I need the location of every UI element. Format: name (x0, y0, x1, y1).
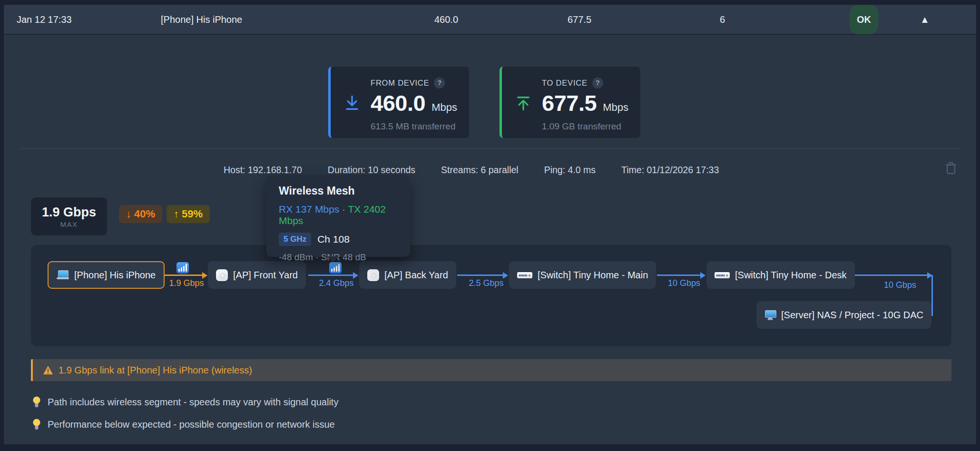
from-device-transferred: 613.5 MB transferred (371, 121, 457, 132)
path-node-switch-main[interactable]: [Switch] Tiny Home - Main (509, 261, 656, 289)
access-point-icon (367, 269, 379, 281)
laptop-icon (57, 270, 69, 280)
switch-icon (517, 272, 532, 278)
upload-percent-badge: ↑ 59% (167, 205, 210, 223)
path-node-server-nas[interactable]: [Server] NAS / Project - 10G DAC (756, 301, 931, 329)
section-divider (19, 148, 961, 149)
path-node-ap-front-yard[interactable]: [AP] Front Yard (208, 261, 306, 289)
max-link-speed-card: 1.9 Gbps MAX (31, 197, 107, 235)
node-label: [Phone] His iPhone (74, 270, 156, 281)
tooltip-title: Wireless Mesh (279, 185, 398, 197)
status-badge: OK (850, 5, 878, 34)
band-badge: 5 GHz (279, 233, 311, 246)
help-icon[interactable]: ? (434, 78, 445, 88)
from-device-card: FROM DEVICE ? 460.0 Mbps 613.5 MB transf… (328, 67, 469, 138)
meta-streams: Streams: 6 parallel (441, 163, 519, 177)
server-icon (764, 310, 776, 320)
path-link-line (162, 275, 203, 276)
to-device-card: TO DEVICE ? 677.5 Mbps 1.09 GB transferr… (500, 67, 640, 138)
to-device-label: TO DEVICE (542, 78, 588, 88)
arrow-right-icon (353, 272, 358, 279)
from-device-speed: 460.0 (371, 90, 425, 116)
speedtest-result-view: Jan 12 17:33 [Phone] His iPhone 460.0 67… (0, 0, 980, 451)
warning-triangle-icon (43, 365, 53, 375)
result-download-value: 460.0 (434, 5, 458, 34)
help-icon[interactable]: ? (592, 78, 603, 88)
node-label: [AP] Front Yard (233, 270, 298, 281)
link-speed-label: 10 Gbps (867, 280, 933, 290)
from-device-label: FROM DEVICE (371, 78, 429, 88)
bottleneck-warning: 1.9 Gbps link at [Phone] His iPhone (wir… (31, 359, 951, 381)
arrow-right-icon (700, 272, 706, 279)
path-node-phone[interactable]: [Phone] His iPhone (48, 261, 165, 289)
meta-time: Time: 01/12/2026 17:33 (621, 163, 719, 177)
wireless-signal-icon[interactable] (329, 262, 342, 274)
tip-performance: Performance below expected - possible co… (32, 418, 335, 431)
from-device-unit: Mbps (431, 101, 457, 114)
wireless-signal-icon[interactable] (176, 262, 189, 274)
network-path-diagram: 1.9 Gbps 2.4 Gbps 2.5 Gbps 10 Gbps 10 Gb… (31, 245, 951, 346)
node-label: [Server] NAS / Project - 10G DAC (781, 310, 923, 321)
max-speed-label: MAX (60, 220, 78, 228)
download-percent-badge: ↓ 40% (119, 205, 162, 223)
arrow-right-icon (503, 272, 508, 279)
tooltip-channel: Ch 108 (317, 234, 350, 245)
detail-panel (4, 35, 976, 444)
path-link-line (657, 275, 701, 276)
trash-icon (943, 160, 959, 176)
path-node-ap-back-yard[interactable]: [AP] Back Yard (359, 261, 456, 289)
result-device: [Phone] His iPhone (161, 5, 242, 34)
to-device-unit: Mbps (603, 101, 628, 114)
tooltip-rates: RX 137 Mbps · TX 2402 Mbps (279, 204, 398, 226)
tooltip-separator: · (339, 204, 348, 215)
tooltip-rx: RX 137 Mbps (279, 204, 339, 215)
warning-text: 1.9 Gbps link at [Phone] His iPhone (wir… (59, 365, 252, 376)
node-label: [AP] Back Yard (384, 270, 448, 281)
result-date: Jan 12 17:33 (17, 5, 72, 34)
meta-ping: Ping: 4.0 ms (544, 163, 596, 177)
path-link-line (308, 275, 353, 276)
wireless-link-tooltip: Wireless Mesh RX 137 Mbps · TX 2402 Mbps… (266, 175, 410, 257)
delete-result-button[interactable] (943, 160, 959, 177)
result-streams-value: 6 (720, 5, 725, 34)
arrow-right-icon (202, 272, 207, 279)
path-link-line (853, 275, 928, 276)
result-upload-value: 677.5 (568, 5, 591, 34)
path-link-line (457, 275, 503, 276)
node-label: [Switch] Tiny Home - Main (538, 270, 648, 281)
lightbulb-icon (32, 418, 41, 431)
path-node-switch-desk[interactable]: [Switch] Tiny Home - Desk (706, 261, 855, 289)
to-device-speed: 677.5 (542, 90, 597, 116)
to-device-transferred: 1.09 GB transferred (542, 121, 628, 132)
switch-icon (715, 272, 730, 278)
tip-text: Path includes wireless segment - speeds … (48, 397, 338, 408)
tip-text: Performance below expected - possible co… (48, 419, 335, 430)
lightbulb-icon (32, 396, 41, 408)
tip-wireless-segment: Path includes wireless segment - speeds … (32, 396, 338, 408)
collapse-row-icon[interactable]: ▲ (920, 5, 930, 34)
max-speed-value: 1.9 Gbps (42, 205, 96, 220)
arrow-right-icon (927, 272, 932, 279)
access-point-icon (216, 269, 228, 281)
node-label: [Switch] Tiny Home - Desk (735, 270, 847, 281)
download-arrow-icon (343, 94, 361, 112)
tooltip-signal: -48 dBm · SNR 48 dB (279, 252, 398, 263)
upload-arrow-icon (514, 94, 532, 112)
result-summary-row[interactable]: Jan 12 17:33 [Phone] His iPhone 460.0 67… (4, 5, 976, 34)
